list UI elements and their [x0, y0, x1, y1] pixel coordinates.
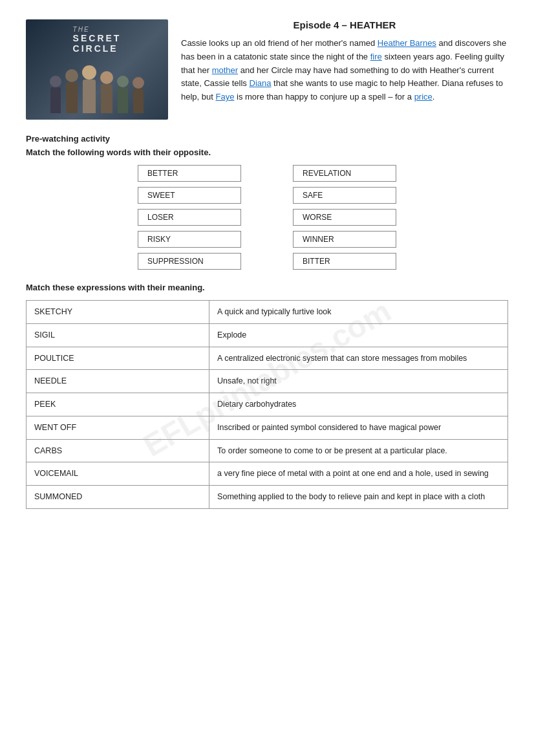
left-word-box: RISKY — [138, 231, 241, 248]
left-word-box: SWEET — [138, 187, 241, 204]
table-row: VOICEMAILa very fine piece of metal with… — [27, 462, 508, 486]
left-word-box: SUPPRESSION — [138, 253, 241, 270]
expression-word: SIGIL — [27, 323, 209, 347]
expression-meaning: Dietary carbohydrates — [209, 393, 508, 416]
table-row: SKETCHYA quick and typically furtive loo… — [27, 301, 508, 324]
episode-description: Cassie looks up an old friend of her mot… — [181, 37, 508, 104]
faye-link[interactable]: Faye — [216, 92, 235, 102]
right-word-box: WORSE — [293, 209, 396, 226]
table-row: CARBSTo order someone to come to or be p… — [27, 439, 508, 462]
person-3 — [82, 65, 96, 113]
expression-word: VOICEMAIL — [27, 462, 209, 486]
expression-word: PEEK — [27, 393, 209, 416]
table-row: SIGILExplode — [27, 323, 508, 347]
person-4 — [100, 71, 113, 113]
person-5 — [117, 76, 129, 113]
table-row: PEEKDietary carbohydrates — [27, 393, 508, 416]
table-row: WENT OFFInscribed or painted symbol cons… — [27, 416, 508, 439]
person-2 — [65, 69, 78, 113]
expressions-table: SKETCHYA quick and typically furtive loo… — [26, 300, 508, 509]
person-1 — [50, 76, 61, 113]
table-row: POULTICEA centralized electronic system … — [27, 347, 508, 370]
table-row: SUMMONEDSomething applied to the body to… — [27, 486, 508, 509]
left-word-box: BETTER — [138, 165, 241, 182]
expression-meaning: Explode — [209, 323, 508, 347]
expression-meaning: Unsafe, not right — [209, 370, 508, 393]
show-title-block: THE SECRET CIRCLE — [73, 26, 122, 54]
match-instruction: Match the following words with their opp… — [26, 147, 508, 157]
right-word-column: REVELATIONSAFEWORSEWINNERBITTER — [293, 165, 396, 270]
mother-link[interactable]: mother — [212, 65, 238, 75]
expression-word: POULTICE — [27, 347, 209, 370]
pre-watching-heading: Pre-watching activity — [26, 134, 508, 144]
match-words-container: BETTERSWEETLOSERRISKYSUPPRESSION REVELAT… — [26, 165, 508, 270]
expression-word: SKETCHY — [27, 301, 209, 324]
expressions-section: Match these expressions with their meani… — [26, 283, 508, 509]
diana-link[interactable]: Diana — [250, 78, 272, 88]
expression-meaning: A quick and typically furtive look — [209, 301, 508, 324]
header-section: THE SECRET CIRCLE — [26, 19, 508, 120]
expression-meaning: A centralized electronic system that can… — [209, 347, 508, 370]
character-silhouettes — [50, 65, 144, 113]
left-word-box: LOSER — [138, 209, 241, 226]
expression-meaning: Something applied to the body to relieve… — [209, 486, 508, 509]
show-image: THE SECRET CIRCLE — [26, 19, 168, 120]
expression-word: CARBS — [27, 439, 209, 462]
episode-title: Episode 4 – HEATHER — [181, 19, 508, 30]
heather-link[interactable]: Heather Barnes — [378, 38, 436, 48]
right-word-box: REVELATION — [293, 165, 396, 182]
expressions-heading: Match these expressions with their meani… — [26, 283, 508, 292]
expression-word: SUMMONED — [27, 486, 209, 509]
right-word-box: BITTER — [293, 253, 396, 270]
fire-link[interactable]: fire — [370, 52, 382, 61]
table-row: NEEDLEUnsafe, not right — [27, 370, 508, 393]
expression-meaning: a very fine piece of metal with a point … — [209, 462, 508, 486]
episode-text: Episode 4 – HEATHER Cassie looks up an o… — [181, 19, 508, 120]
person-6 — [133, 77, 144, 113]
right-word-box: SAFE — [293, 187, 396, 204]
expression-word: WENT OFF — [27, 416, 209, 439]
left-word-column: BETTERSWEETLOSERRISKYSUPPRESSION — [138, 165, 241, 270]
expression-word: NEEDLE — [27, 370, 209, 393]
expression-meaning: Inscribed or painted symbol considered t… — [209, 416, 508, 439]
pre-watching-section: Pre-watching activity Match the followin… — [26, 134, 508, 270]
expression-meaning: To order someone to come to or be presen… — [209, 439, 508, 462]
price-link[interactable]: price — [414, 92, 433, 102]
right-word-box: WINNER — [293, 231, 396, 248]
